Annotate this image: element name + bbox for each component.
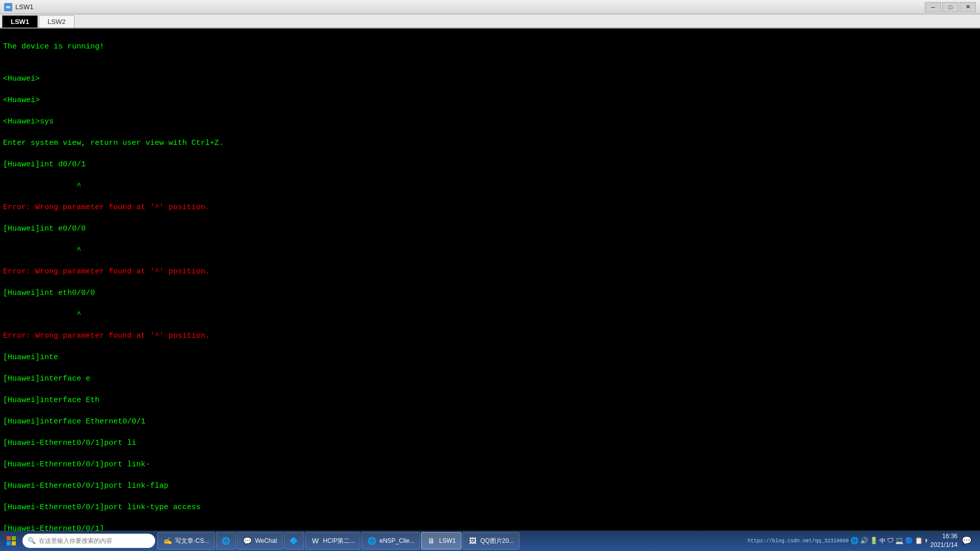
taskbar: 🔍 ✍写文章-CS...🌐💬WeChat🔷WHCIP第二...🌐eNSP_Cli… xyxy=(0,531,980,551)
start-button[interactable] xyxy=(2,532,20,549)
svg-rect-2 xyxy=(6,7,10,8)
app-icon-app6: 🌐 xyxy=(367,536,376,545)
terminal-line: [Huawei]inte xyxy=(3,352,977,363)
system-tray: https://blog.csdn.net/qq_32318099 🌐 🔊 🔋 … xyxy=(744,532,978,549)
taskbar-app-app6[interactable]: 🌐eNSP_Clie... xyxy=(361,532,420,549)
tray-icon-extra3[interactable]: ⬆ xyxy=(924,537,928,545)
notification-button[interactable]: 💬 xyxy=(960,536,974,546)
terminal-line: <Huawei>sys xyxy=(3,116,977,127)
clock-time: 16:36 xyxy=(930,532,958,541)
app-label-app1: 写文章-CS... xyxy=(175,537,209,545)
app-icon-app1: ✍ xyxy=(163,536,172,545)
taskbar-app-app3[interactable]: 💬WeChat xyxy=(237,532,283,549)
search-bar[interactable]: 🔍 xyxy=(22,534,155,548)
terminal-line: [Huawei]interface e xyxy=(3,373,977,384)
svg-rect-0 xyxy=(5,4,11,10)
terminal-line: The device is running! xyxy=(3,41,977,52)
terminal-line: ^ xyxy=(3,309,977,320)
terminal-line: Error: Wrong parameter found at '^' posi… xyxy=(3,266,977,277)
tray-notification-link[interactable]: https://blog.csdn.net/qq_32318099 xyxy=(748,538,849,544)
taskbar-app-app2[interactable]: 🌐 xyxy=(216,532,236,549)
tab-bar: LSW1 LSW2 xyxy=(0,14,980,29)
minimize-button[interactable]: ─ xyxy=(925,2,941,12)
search-icon: 🔍 xyxy=(28,537,36,545)
terminal-line: [Huawei]int e0/0/0 xyxy=(3,223,977,234)
terminal-line: Enter system view, return user view with… xyxy=(3,138,977,148)
svg-rect-4 xyxy=(12,536,16,540)
terminal-line: ^ xyxy=(3,245,977,256)
taskbar-app-app4[interactable]: 🔷 xyxy=(284,532,304,549)
tray-icon-extra1[interactable]: 💻 xyxy=(895,537,903,545)
restore-button[interactable]: □ xyxy=(942,2,959,12)
close-button[interactable]: ✕ xyxy=(960,2,976,12)
tray-icon-network[interactable]: 🌐 xyxy=(850,537,859,545)
terminal-line: [Huawei-Ethernet0/0/1]port link- xyxy=(3,459,977,470)
terminal-line: [Huawei]int eth0/0/0 xyxy=(3,288,977,298)
svg-rect-5 xyxy=(7,541,11,545)
tray-icon-extra2[interactable]: 📋 xyxy=(915,537,923,545)
tray-icon-security[interactable]: 🛡 xyxy=(887,537,894,545)
window-title: LSW1 xyxy=(15,3,33,11)
terminal-line: Error: Wrong parameter found at '^' posi… xyxy=(3,202,977,213)
terminal-line: [Huawei]int d0/0/1 xyxy=(3,159,977,170)
search-input[interactable] xyxy=(39,537,141,544)
terminal-output[interactable]: The device is running! <Huawei> <Huawei>… xyxy=(0,29,980,531)
app-icon-app5: W xyxy=(311,536,320,545)
taskbar-app-app8[interactable]: 🖼QQ图片20... xyxy=(462,532,520,549)
taskbar-apps: ✍写文章-CS...🌐💬WeChat🔷WHCIP第二...🌐eNSP_Clie.… xyxy=(157,532,742,549)
app-icon-app3: 💬 xyxy=(243,536,252,545)
terminal-line: [Huawei-Ethernet0/0/1]port li xyxy=(3,438,977,448)
system-clock[interactable]: 16:36 2021/1/14 xyxy=(930,532,958,549)
clock-date: 2021/1/14 xyxy=(930,541,958,549)
tray-icon-volume[interactable]: 🔊 xyxy=(860,537,868,545)
tray-icon-language: 中 xyxy=(879,537,886,545)
tray-icon-battery[interactable]: 🔋 xyxy=(870,537,878,545)
app-label-app3: WeChat xyxy=(255,537,277,544)
terminal-line: [Huawei]interface Eth xyxy=(3,395,977,406)
tray-icon-bluetooth[interactable]: 🔵 xyxy=(905,537,913,545)
terminal-line: [Huawei-Ethernet0/0/1]port link-type acc… xyxy=(3,502,977,513)
taskbar-app-app5[interactable]: WHCIP第二... xyxy=(305,532,361,549)
tab-lsw1[interactable]: LSW1 xyxy=(2,15,38,28)
tray-icons: https://blog.csdn.net/qq_32318099 🌐 🔊 🔋 … xyxy=(748,537,928,545)
app-icon-app8: 🖼 xyxy=(468,536,477,545)
app-label-app7: LSW1 xyxy=(439,537,456,544)
window-controls: ─ □ ✕ xyxy=(925,2,976,12)
app-icon xyxy=(4,3,12,11)
taskbar-app-app7[interactable]: 🖥LSW1 xyxy=(421,532,461,549)
title-bar-left: LSW1 xyxy=(4,3,33,11)
terminal-line: [Huawei-Ethernet0/0/1] xyxy=(3,523,977,531)
terminal-line: <Huawei> xyxy=(3,73,977,84)
app-label-app6: eNSP_Clie... xyxy=(379,537,414,544)
terminal-line: [Huawei]interface Ethernet0/0/1 xyxy=(3,416,977,427)
svg-rect-1 xyxy=(6,6,10,7)
app-icon-app2: 🌐 xyxy=(222,536,231,545)
terminal-line: ^ xyxy=(3,181,977,191)
app-icon-app4: 🔷 xyxy=(289,536,299,545)
app-label-app5: HCIP第二... xyxy=(323,537,355,545)
terminal-line: [Huawei-Ethernet0/0/1]port link-flap xyxy=(3,481,977,491)
app-label-app8: QQ图片20... xyxy=(480,537,514,545)
app-icon-app7: 🖥 xyxy=(427,536,436,545)
svg-rect-6 xyxy=(12,541,16,545)
tab-lsw2[interactable]: LSW2 xyxy=(39,15,74,28)
taskbar-app-app1[interactable]: ✍写文章-CS... xyxy=(157,532,215,549)
title-bar: LSW1 ─ □ ✕ xyxy=(0,0,980,14)
terminal-line: Error: Wrong parameter found at '^' posi… xyxy=(3,331,977,341)
terminal-line: <Huawei> xyxy=(3,95,977,106)
svg-rect-3 xyxy=(7,536,11,540)
